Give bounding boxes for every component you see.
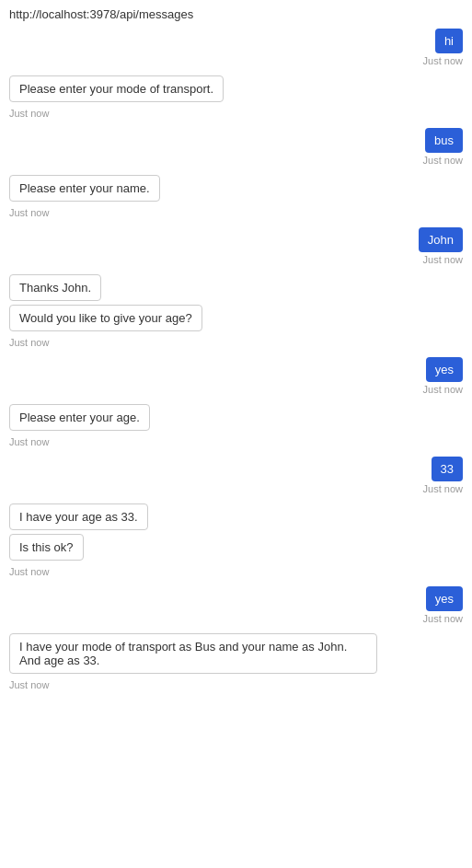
bot-bubble: Please enter your age. (9, 404, 150, 431)
timestamp: Just now (423, 155, 463, 166)
bot-bubble: I have your mode of transport as Bus and… (9, 633, 377, 674)
timestamp: Just now (423, 55, 463, 66)
user-bubble: John (419, 227, 463, 252)
user-bubble: yes (426, 586, 463, 611)
message-row: JohnJust now (9, 227, 463, 272)
timestamp: Just now (9, 337, 49, 348)
message-row: Thanks John.Would you like to give your … (9, 274, 463, 355)
timestamp: Just now (423, 254, 463, 265)
user-bubble: bus (425, 128, 463, 153)
message-row: 33Just now (9, 457, 463, 502)
chat-container: hiJust nowPlease enter your mode of tran… (0, 29, 472, 718)
bot-bubble: Would you like to give your age? (9, 305, 202, 331)
timestamp: Just now (9, 436, 49, 447)
timestamp: Just now (9, 207, 49, 218)
timestamp: Just now (423, 483, 463, 494)
message-row: Please enter your age.Just now (9, 404, 463, 455)
user-bubble: 33 (432, 457, 463, 481)
message-row: I have your age as 33.Is this ok?Just no… (9, 503, 463, 584)
timestamp: Just now (9, 566, 49, 577)
message-row: Please enter your mode of transport.Just… (9, 75, 463, 126)
message-row: yesJust now (9, 357, 463, 402)
bot-bubble: Is this ok? (9, 534, 84, 561)
bot-bubble: I have your age as 33. (9, 503, 148, 530)
timestamp: Just now (423, 384, 463, 395)
message-row: yesJust now (9, 586, 463, 631)
message-row: I have your mode of transport as Bus and… (9, 633, 463, 698)
bot-bubble: Thanks John. (9, 274, 101, 301)
timestamp: Just now (9, 108, 49, 119)
user-bubble: yes (426, 357, 463, 382)
message-row: busJust now (9, 128, 463, 173)
bot-bubble: Please enter your name. (9, 175, 160, 202)
timestamp: Just now (423, 613, 463, 624)
url-bar: http://localhost:3978/api/messages (0, 0, 472, 29)
bot-bubble: Please enter your mode of transport. (9, 75, 224, 102)
timestamp: Just now (9, 679, 49, 690)
user-bubble: hi (435, 29, 463, 53)
message-row: Please enter your name.Just now (9, 175, 463, 226)
message-row: hiJust now (9, 29, 463, 74)
